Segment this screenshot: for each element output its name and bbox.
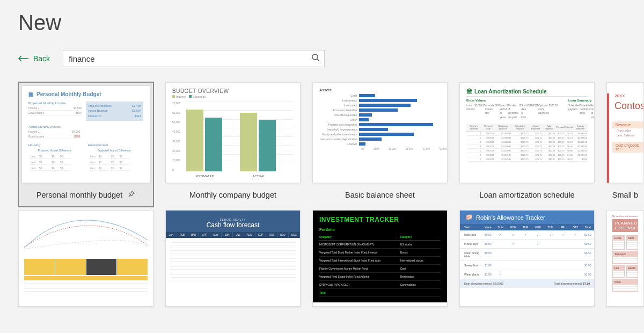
toolbar: Back [18,50,644,67]
piggy-bank-icon: 🐖 [465,214,473,221]
template-grid: ▦Personal Monthly Budget Projected Month… [18,82,644,207]
template-caption: Basic balance sheet [345,191,415,199]
template-thumbnail: 20XX Contoso Revenue Gross sales Less: S… [606,82,644,183]
page-title: New [18,11,644,35]
template-robins-allowance-tracker[interactable]: 🐖Robin's Allowance Tracker TaskValueSUNM… [459,210,595,307]
template-caption: Personal monthly budget [36,191,122,199]
template-monthly-company-budget[interactable]: BUDGET OVERVIEW IncomeExpenses 70,00060,… [165,82,301,207]
search-box[interactable] [63,50,325,67]
template-thumbnail: ELBOE REALTYCash flow forecast JANFEBMAR… [165,210,301,307]
pin-icon[interactable] [128,190,135,200]
template-planned-expenses[interactable]: My best financial decisions PLANNED EXPE… [606,210,644,307]
template-caption: Small b [612,191,638,199]
template-small-business-pl[interactable]: 20XX Contoso Revenue Gross sales Less: S… [606,82,644,207]
template-cash-flow-forecast[interactable]: ELBOE REALTYCash flow forecast JANFEBMAR… [165,210,301,307]
spreadsheet-icon: ▦ [28,91,33,97]
template-thumbnail: My best financial decisions PLANNED EXPE… [606,210,644,307]
template-thumbnail [18,210,153,307]
bank-icon: 🏛 [466,88,472,95]
template-caption: Loan amortization schedule [479,191,574,199]
chart-lines [24,216,148,252]
template-investment-tracker[interactable]: INVESTMENT TRACKER Portfolio CompanyCate… [312,210,448,307]
arrow-left-icon [18,55,29,62]
back-button[interactable]: Back [18,54,50,63]
template-thumbnail: Assets CashInvestmentsInventoriesAccount… [312,82,448,183]
template-loan-amortization-schedule[interactable]: 🏛Loan Amortization Schedule Enter Values… [459,82,595,207]
template-thumbnail: BUDGET OVERVIEW IncomeExpenses 70,00060,… [165,82,301,183]
template-thumbnail: 🐖Robin's Allowance Tracker TaskValueSUNM… [459,210,595,307]
template-personal-monthly-budget[interactable]: ▦Personal Monthly Budget Projected Month… [18,82,153,207]
template-cash-flow-chart[interactable] [18,210,153,307]
template-caption: Monthly company budget [189,191,276,199]
template-basic-balance-sheet[interactable]: Assets CashInvestmentsInventoriesAccount… [312,82,448,207]
template-thumbnail: INVESTMENT TRACKER Portfolio CompanyCate… [312,210,448,307]
search-input[interactable] [69,54,311,63]
template-grid-row2: ELBOE REALTYCash flow forecast JANFEBMAR… [18,210,644,307]
svg-point-0 [312,54,318,60]
back-label: Back [33,54,50,63]
template-thumbnail: 🏛Loan Amortization Schedule Enter Values… [459,82,595,183]
template-thumbnail: ▦Personal Monthly Budget Projected Month… [21,85,150,183]
search-icon[interactable] [311,53,320,64]
